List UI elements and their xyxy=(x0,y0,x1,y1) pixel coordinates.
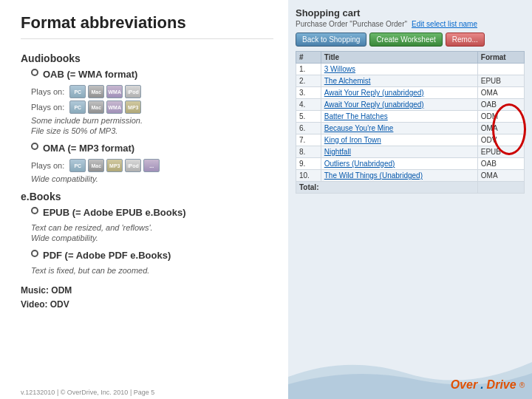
cell-format: OMA xyxy=(477,170,524,182)
pdf-bullet xyxy=(31,250,38,257)
table-row: 6. Because You're Mine OMA xyxy=(296,123,525,134)
epub-note2: Wide compatibility. xyxy=(31,233,273,242)
mp3-icon1: MP3 xyxy=(125,100,141,114)
oma-note: Wide compatibility. xyxy=(31,174,273,183)
oma-plays-on-label: Plays on: xyxy=(31,161,64,170)
cell-format: OMA xyxy=(477,87,524,99)
video-line: Video: ODV xyxy=(21,298,273,312)
wma-icon2: WMA xyxy=(106,100,123,114)
wma-icon1: WMA xyxy=(106,85,123,98)
edit-select-list-link[interactable]: Edit select list name xyxy=(412,20,477,28)
main-container: Format abbreviations Audiobooks OAB (= W… xyxy=(0,0,532,399)
table-row: 2. The Alchemist EPUB xyxy=(296,75,525,87)
oab-note2: File size is 50% of MP3. xyxy=(31,126,273,135)
cell-title[interactable]: Outliers (Unabridged) xyxy=(321,158,477,170)
cell-format: OAB xyxy=(477,99,524,111)
left-panel: Format abbreviations Audiobooks OAB (= W… xyxy=(0,0,288,399)
table-row: 4. Await Your Reply (unabridged) OAB xyxy=(296,99,525,111)
pdf-row: PDF (= Adobe PDF e.Books) xyxy=(31,250,273,263)
table-row: 5. Batter The Hatches ODM xyxy=(296,111,525,123)
cell-format: ODV xyxy=(477,134,524,146)
create-worksheet-button[interactable]: Create Worksheet xyxy=(369,33,442,47)
cell-title[interactable]: Await Your Reply (unabridged) xyxy=(321,99,477,111)
overdrive-drive: Drive xyxy=(487,378,516,392)
cell-num: 3. xyxy=(296,87,321,99)
cell-num: 2. xyxy=(296,75,321,87)
remove-button[interactable]: Remo... xyxy=(446,33,485,47)
cart-table: # Title Format 1. 3 Willows 2. The Alche… xyxy=(296,51,525,194)
epub-row: EPUB (= Adobe EPUB e.Books) xyxy=(31,207,273,220)
cart-title: Shopping cart xyxy=(296,7,525,18)
oma-bullet xyxy=(31,143,38,150)
oab-note1: Some include burn permission. xyxy=(31,116,273,125)
pc-icon1: PC xyxy=(69,85,86,98)
oab-plays-on-row2: Plays on: PC Mac WMA MP3 xyxy=(31,100,273,114)
cell-num: 4. xyxy=(296,99,321,111)
cell-num: 6. xyxy=(296,123,321,134)
pdf-entry: PDF (= Adobe PDF e.Books) Text is fixed,… xyxy=(21,250,273,275)
cell-num: 8. xyxy=(296,146,321,158)
cell-title[interactable]: Await Your Reply (unabridged) xyxy=(321,87,477,99)
cell-title[interactable]: The Alchemist xyxy=(321,75,477,87)
oab-row: OAB (= WMA format) xyxy=(31,69,273,82)
music-video-footer: Music: ODM Video: ODV xyxy=(21,284,273,312)
right-panel: Shopping cart Purchase Order "Purchase O… xyxy=(288,0,532,399)
overdrive-logo: Over.Drive® xyxy=(451,378,525,392)
col-num-header: # xyxy=(296,52,321,64)
oab-bullet xyxy=(31,69,38,76)
wma-icon3: ... xyxy=(143,159,160,172)
cell-format: OAB xyxy=(477,158,524,170)
col-title-header: Title xyxy=(321,52,477,64)
oab-plays-on-label2: Plays on: xyxy=(31,103,64,112)
epub-bullet xyxy=(31,207,38,214)
mac-icon2: Mac xyxy=(88,100,104,114)
oab-entry: OAB (= WMA format) Plays on: PC Mac WMA … xyxy=(21,69,273,135)
oab-plays-on-row1: Plays on: PC Mac WMA iPod xyxy=(31,85,273,98)
back-to-shopping-button[interactable]: Back to Shopping xyxy=(296,33,366,47)
overdrive-over: Over xyxy=(451,378,477,392)
table-row: 10. The Wild Things (Unabridged) OMA xyxy=(296,170,525,182)
oma-title: OMA (= MP3 format) xyxy=(43,143,134,154)
ebooks-heading: e.Books xyxy=(21,191,273,202)
cell-title[interactable]: The Wild Things (Unabridged) xyxy=(321,170,477,182)
epub-note1: Text can be resized, and 'reflows'. xyxy=(31,223,273,232)
cell-format: ODM xyxy=(477,111,524,123)
cell-num: 7. xyxy=(296,134,321,146)
cell-title[interactable]: 3 Willows xyxy=(321,64,477,75)
oab-title: OAB (= WMA format) xyxy=(43,69,137,80)
cell-format: EPUB xyxy=(477,146,524,158)
pdf-note: Text is fixed, but can be zoomed. xyxy=(31,266,273,275)
cell-title[interactable]: Nightfall xyxy=(321,146,477,158)
col-format-header: Format xyxy=(477,52,524,64)
total-value xyxy=(477,182,524,194)
music-line: Music: ODM xyxy=(21,284,273,298)
cell-format xyxy=(477,64,524,75)
epub-entry: EPUB (= Adobe EPUB e.Books) Text can be … xyxy=(21,207,273,242)
ipod-icon2: iPod xyxy=(125,159,141,172)
cell-num: 10. xyxy=(296,170,321,182)
mac-icon3: Mac xyxy=(88,159,104,172)
oab-plays-on-label1: Plays on: xyxy=(31,87,64,96)
table-row: 3. Await Your Reply (unabridged) OMA xyxy=(296,87,525,99)
audiobooks-heading: Audiobooks xyxy=(21,52,273,64)
cell-title[interactable]: Batter The Hatches xyxy=(321,111,477,123)
cell-title[interactable]: King of Iron Town xyxy=(321,134,477,146)
table-row: 8. Nightfall EPUB xyxy=(296,146,525,158)
total-row: Total: xyxy=(296,182,525,194)
oma-entry: OMA (= MP3 format) Plays on: PC Mac MP3 … xyxy=(21,143,273,183)
table-row: 9. Outliers (Unabridged) OAB xyxy=(296,158,525,170)
cell-num: 5. xyxy=(296,111,321,123)
cell-num: 1. xyxy=(296,64,321,75)
pc-icon2: PC xyxy=(69,100,86,114)
table-row: 7. King of Iron Town ODV xyxy=(296,134,525,146)
table-row: 1. 3 Willows xyxy=(296,64,525,75)
pc-icon3: PC xyxy=(69,159,86,172)
mp3-icon2: MP3 xyxy=(106,159,123,172)
footer-version: v.12132010 | © OverDrive, Inc. 2010 | Pa… xyxy=(21,389,154,396)
cart-actions: Back to Shopping Create Worksheet Remo..… xyxy=(296,33,525,47)
ipod-icon1: iPod xyxy=(125,85,141,98)
page-title: Format abbreviations xyxy=(21,13,273,39)
overdrive-tm: ® xyxy=(519,381,525,389)
mac-icon1: Mac xyxy=(88,85,104,98)
cell-title[interactable]: Because You're Mine xyxy=(321,123,477,134)
